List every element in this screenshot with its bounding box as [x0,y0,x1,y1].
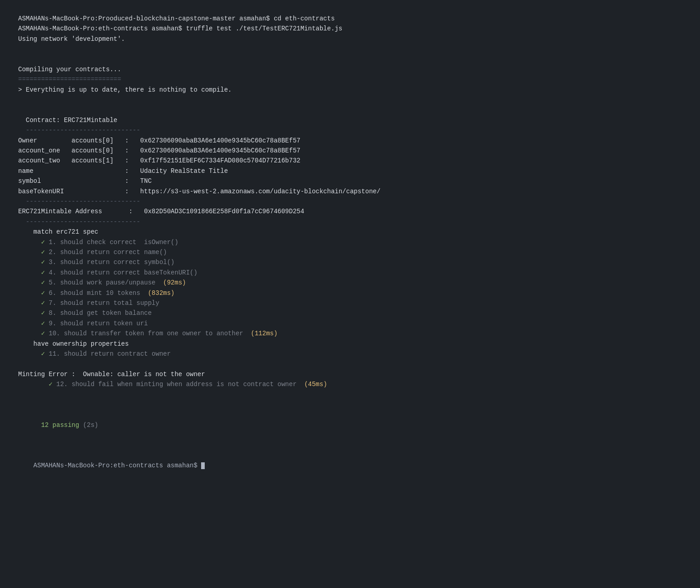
address-line: ERC721Mintable Address : 0x82D50AD3C1091… [18,206,682,216]
compile-divider: =========================== [18,74,682,84]
compiling-header: Compiling your contracts... [18,64,682,74]
test1-text: 1. should check correct isOwner() [45,239,178,246]
info-divider: ------------------------------ [18,196,682,206]
test8-line: ✓ 8. should get token balance [18,308,682,318]
basetoken-line: baseTokenURI : https://s3-us-west-2.amaz… [18,186,682,196]
test4-line: ✓ 4. should return correct baseTokenURI(… [18,268,682,278]
final-prompt-line: ASMAHANs-MacBook-Pro:eth-contracts asmah… [18,451,682,481]
contract-divider: ------------------------------ [18,125,682,135]
test11-line: ✓ 11. should return contract owner [18,349,682,359]
check3-icon: ✓ [18,259,45,266]
test6-line: ✓ 6. should mint 10 tokens (832ms) [18,288,682,298]
using-network-line: Using network 'development'. [18,34,682,44]
test5-timing: (92ms) [163,279,186,286]
check2-icon: ✓ [18,249,45,256]
test3-text: 3. should return correct symbol() [45,259,175,266]
test6-timing: (832ms) [148,289,175,297]
account-two-line: account_two accounts[1] : 0xf17f52151EbE… [18,156,682,166]
test7-text: 7. should return total supply [45,299,159,307]
cmd-truffle-line: ASMAHANs-MacBook-Pro:eth-contracts asmah… [18,24,682,34]
test7-line: ✓ 7. should return total supply [18,298,682,308]
test3-line: ✓ 3. should return correct symbol() [18,257,682,267]
test5-line: ✓ 5. should work pause/unpause (92ms) [18,278,682,288]
cmd-cd-line: ASMAHANs-MacBook-Pro:Prooduced-blockchai… [18,14,682,24]
symbol-line: symbol : TNC [18,176,682,186]
test5-text: 5. should work pause/unpause [45,279,163,286]
ownership-spec: have ownership properties [18,339,682,349]
test10-line: ✓ 10. should transfer token from one own… [18,328,682,338]
test10-timing: (112ms) [251,330,278,337]
compile-status: > Everything is up to date, there is not… [18,85,682,95]
check7-icon: ✓ [18,299,45,307]
test12-timing: (45ms) [304,381,327,388]
test11-text: 11. should return contract owner [45,350,171,358]
test1-line: ✓ 1. should check correct isOwner() [18,237,682,247]
test9-text: 9. should return token uri [45,320,148,327]
addr-divider: ------------------------------ [18,217,682,227]
check6-icon: ✓ [18,289,45,297]
test4-text: 4. should return correct baseTokenURI() [45,269,197,276]
check1-icon: ✓ [18,239,45,246]
test10-text: 10. should transfer token from one owner… [45,330,251,337]
check9-icon: ✓ [18,320,45,327]
test12-line: ✓ 12. should fail when minting when addr… [18,379,682,389]
check8-icon: ✓ [18,309,45,317]
owner-line: Owner accounts[0] : 0x627306090abaB3A6e1… [18,136,682,146]
check4-icon: ✓ [18,269,45,276]
name-line: name : Udacity RealState Title [18,166,682,176]
check12-icon: ✓ [18,381,53,388]
test9-line: ✓ 9. should return token uri [18,318,682,328]
passing-line: 12 passing (2s) [18,410,682,440]
final-prompt-text: ASMAHANs-MacBook-Pro:eth-contracts asmah… [34,462,202,469]
terminal: ASMAHANs-MacBook-Pro:Prooduced-blockchai… [18,9,682,485]
check10-icon: ✓ [18,330,45,337]
minting-error-line: Minting Error : Ownable: caller is not t… [18,369,682,379]
test12-text: 12. should fail when minting when addres… [53,381,305,388]
test2-line: ✓ 2. should return correct name() [18,247,682,257]
match-spec: match erc721 spec [18,227,682,237]
account-one-line: account_one accounts[0] : 0x627306090aba… [18,146,682,156]
test6-text: 6. should mint 10 tokens [45,289,148,297]
test2-text: 2. should return correct name() [45,249,167,256]
cursor-block [201,462,205,469]
contract-label: Contract: ERC721Mintable [18,115,682,125]
passing-time: (2s) [79,421,98,429]
check11-icon: ✓ [18,350,45,358]
test8-text: 8. should get token balance [45,309,152,317]
check5-icon: ✓ [18,279,45,286]
passing-count: 12 passing [34,421,79,429]
